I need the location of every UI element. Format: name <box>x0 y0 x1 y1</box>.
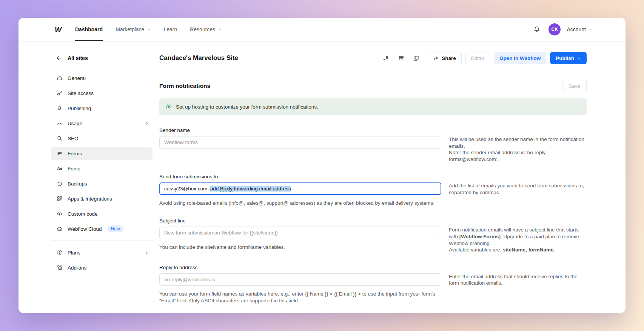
reply-to-help: You can use your form field names as var… <box>159 291 441 304</box>
sender-name-helper: This will be used as the sender name in … <box>449 127 587 162</box>
sidebar-item-label: Apps & Integrations <box>68 196 112 202</box>
publish-label: Publish <box>556 55 574 61</box>
open-in-webflow-button[interactable]: Open in Webflow <box>494 52 546 64</box>
send-submissions-helper: Add the list of emails you want to send … <box>449 174 587 207</box>
top-nav: W Dashboard Marketplace Learn Resources <box>18 18 626 41</box>
account-label: Account <box>567 26 586 32</box>
sidebar-item-label: Forms <box>68 151 82 156</box>
sidebar-item-add-ons[interactable]: Add-ons <box>51 261 153 274</box>
chevron-down-icon <box>577 56 581 60</box>
page-title: Form notifications <box>159 83 210 89</box>
new-badge: New <box>108 225 123 232</box>
sidebar-item-label: SEO <box>68 136 79 141</box>
save-label: Save <box>569 83 580 89</box>
email-value-text: cassy23@box.com, <box>164 186 210 192</box>
reply-to-label: Reply to address <box>159 265 441 270</box>
sidebar-item-label: Fonts <box>68 166 80 172</box>
upgrade-circle-icon <box>56 250 63 256</box>
arrow-left-icon <box>56 55 62 61</box>
back-label: All sites <box>68 55 88 61</box>
sender-name-row: Sender name This will be used as the sen… <box>159 127 587 162</box>
sidebar-item-label: Add-ons <box>68 265 86 271</box>
tab-dashboard-label: Dashboard <box>75 26 103 32</box>
share-label: Share <box>442 55 456 61</box>
archive-icon[interactable] <box>395 52 407 64</box>
selected-misspelled-word: Boxly <box>220 186 233 192</box>
avatar-initials: CK <box>551 27 558 32</box>
chevron-down-icon <box>589 28 592 31</box>
reply-to-helper: Enter the email address that should rece… <box>449 265 587 304</box>
code-icon <box>56 211 63 217</box>
back-to-all-sites[interactable]: All sites <box>51 54 153 62</box>
banner-text: to customize your form submission notifi… <box>210 104 318 110</box>
set-up-hosting-link[interactable]: Set up hosting <box>176 104 210 110</box>
upgrade-circle-icon <box>165 104 172 110</box>
sidebar-item-label: Usage <box>68 121 140 126</box>
fonts-aa-icon: Aa <box>56 166 63 172</box>
sidebar-divider <box>51 241 153 241</box>
reply-to-input[interactable] <box>159 273 441 286</box>
tab-marketplace-label: Marketplace <box>116 26 144 32</box>
form-lines-icon <box>56 150 63 157</box>
sidebar-item-usage[interactable]: Usage <box>51 117 153 130</box>
sidebar-item-label: Custom code <box>68 211 98 217</box>
settings-window: W Dashboard Marketplace Learn Resources <box>18 18 626 313</box>
sidebar-item-label: General <box>68 75 86 81</box>
key-icon <box>56 90 63 97</box>
send-submissions-help: Avoid using role-based emails (info@, sa… <box>159 200 441 207</box>
sidebar-item-site-access[interactable]: Site access <box>51 87 153 100</box>
subject-line-row: Subject line You can include the siteNam… <box>159 218 587 253</box>
avatar[interactable]: CK <box>548 23 561 35</box>
chevron-right-icon <box>145 121 149 126</box>
publish-button[interactable]: Publish <box>550 52 587 64</box>
tab-resources[interactable]: Resources <box>190 18 222 41</box>
apps-grid-plus-icon <box>56 196 63 202</box>
save-button[interactable]: Save <box>562 80 587 92</box>
search-icon <box>56 135 63 142</box>
chevron-right-icon <box>145 251 149 255</box>
sidebar-item-backups[interactable]: Backups <box>51 177 153 190</box>
sidebar-item-seo[interactable]: SEO <box>51 132 153 145</box>
webflow-logo-icon: W <box>55 26 65 33</box>
account-menu[interactable]: Account <box>567 26 592 32</box>
gauge-icon <box>56 120 63 127</box>
subject-line-input[interactable] <box>159 227 441 239</box>
sidebar-item-webflow-cloud[interactable]: Webflow Cloud New <box>51 222 153 235</box>
share-button[interactable]: Share <box>428 52 462 64</box>
rocket-icon <box>56 105 63 112</box>
subject-line-help: You can include the siteName and formNam… <box>159 244 441 251</box>
reply-to-row: Reply to address You can use your form f… <box>159 265 587 304</box>
duplicate-icon[interactable] <box>410 52 422 64</box>
sidebar-item-general[interactable]: General <box>51 72 153 84</box>
sidebar-item-label: Backups <box>68 181 87 187</box>
sender-name-label: Sender name <box>159 127 441 133</box>
tab-dashboard[interactable]: Dashboard <box>75 18 103 41</box>
sidebar-item-apps-integrations[interactable]: Apps & Integrations <box>51 192 153 205</box>
svg-text:W: W <box>55 26 62 33</box>
restore-history-icon <box>56 181 63 187</box>
sidebar-item-forms[interactable]: Forms <box>51 147 153 160</box>
form-notifications-page: Form notifications Save Set up hosting t… <box>159 75 587 313</box>
cloud-icon <box>56 226 63 232</box>
editor-button[interactable]: Editor <box>465 52 490 64</box>
webflow-logo[interactable]: W <box>55 18 65 41</box>
sidebar-item-custom-code[interactable]: Custom code <box>51 207 153 220</box>
selected-text: add <box>210 186 220 192</box>
share-arrow-icon <box>433 55 439 61</box>
sidebar-item-label: Webflow Cloud <box>68 226 102 232</box>
sidebar-item-publishing[interactable]: Publishing <box>51 102 153 115</box>
chevron-down-icon <box>147 28 151 31</box>
transfer-site-icon[interactable] <box>380 52 391 64</box>
tab-learn[interactable]: Learn <box>163 18 177 41</box>
settings-sidebar: All sites General Site access Publishing <box>18 41 153 313</box>
notifications-bell-icon[interactable] <box>531 24 542 35</box>
send-submissions-input[interactable]: cassy23@box.com, add Boxly forwarding em… <box>159 182 441 195</box>
open-in-webflow-label: Open in Webflow <box>499 55 541 61</box>
sidebar-item-plans[interactable]: Plans <box>51 246 153 259</box>
sidebar-item-fonts[interactable]: Aa Fonts <box>51 162 153 175</box>
tab-marketplace[interactable]: Marketplace <box>116 18 151 41</box>
editor-label: Editor <box>471 55 484 61</box>
site-header: Candace's Marvelous Site Share <box>159 41 587 75</box>
hosting-banner: Set up hosting to customize your form su… <box>159 98 587 115</box>
sender-name-input[interactable] <box>159 136 441 149</box>
